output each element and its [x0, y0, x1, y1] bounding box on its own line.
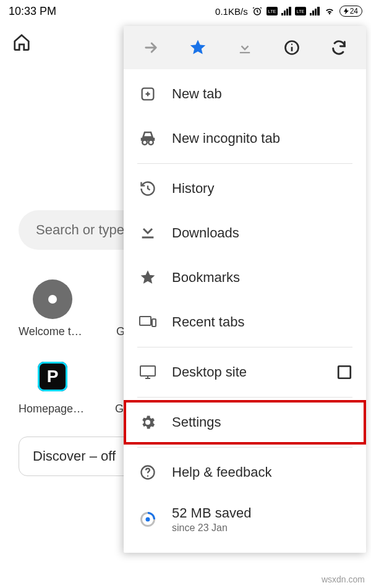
shortcut-label: Welcome to…	[19, 325, 87, 338]
search-placeholder: Search or type	[36, 222, 124, 238]
menu-item-recent-tabs[interactable]: Recent tabs	[124, 300, 366, 344]
bookmark-star-button[interactable]	[184, 34, 211, 61]
shortcut-tile[interactable]: Welcome to…	[19, 279, 87, 338]
incognito-icon	[137, 128, 158, 149]
battery-value: 24	[350, 6, 358, 16]
help-icon	[137, 462, 158, 483]
menu-item-label: Downloads	[172, 225, 239, 241]
menu-item-label: Recent tabs	[172, 314, 244, 330]
menu-separator	[137, 163, 352, 164]
menu-top-actions	[124, 26, 366, 69]
menu-list: New tab New incognito tab History Downlo…	[124, 69, 366, 553]
menu-item-label: Help & feedback	[172, 464, 271, 480]
app-p-icon: P	[38, 362, 67, 391]
menu-item-data-saved[interactable]: 52 MB saved since 23 Jan	[124, 495, 366, 544]
status-time: 10:33 PM	[9, 5, 56, 18]
svg-rect-12	[338, 366, 351, 378]
desktop-site-checkbox[interactable]	[336, 364, 352, 380]
menu-item-settings[interactable]: Settings	[124, 400, 366, 445]
menu-item-desktop-site[interactable]: Desktop site	[124, 350, 366, 394]
recent-tabs-icon	[137, 312, 158, 333]
status-right: 0.1KB/s LTE LTE 24	[215, 6, 362, 17]
settings-icon	[137, 412, 158, 433]
menu-separator	[137, 397, 352, 398]
svg-point-14	[147, 475, 148, 477]
svg-rect-11	[140, 366, 155, 376]
shortcut-icon	[33, 279, 72, 319]
status-bar: 10:33 PM 0.1KB/s LTE LTE 24	[0, 0, 371, 22]
volte-icon-1: LTE	[267, 7, 278, 15]
menu-item-help[interactable]: Help & feedback	[124, 450, 366, 495]
data-saved-sub: since 23 Jan	[172, 522, 251, 534]
downloads-icon	[137, 223, 158, 244]
svg-point-7	[291, 44, 292, 45]
menu-item-label: New tab	[172, 86, 222, 102]
status-net-speed: 0.1KB/s	[215, 6, 248, 17]
shortcut-label: Homepage …	[19, 403, 87, 415]
data-saved-text: 52 MB saved since 23 Jan	[172, 505, 251, 534]
menu-item-history[interactable]: History	[124, 166, 366, 211]
signal-icon-1	[281, 7, 291, 15]
forward-button[interactable]	[137, 34, 164, 61]
menu-item-label: Bookmarks	[172, 270, 240, 286]
menu-item-label: Desktop site	[172, 364, 247, 380]
refresh-button[interactable]	[325, 34, 352, 61]
menu-item-bookmarks[interactable]: Bookmarks	[124, 255, 366, 300]
menu-item-label: History	[172, 181, 214, 197]
battery-indicator: 24	[339, 6, 362, 17]
menu-item-new-incognito[interactable]: New incognito tab	[124, 116, 366, 161]
menu-item-downloads[interactable]: Downloads	[124, 211, 366, 255]
desktop-icon	[137, 362, 158, 383]
watermark: wsxdn.com	[322, 574, 365, 584]
wifi-icon	[323, 6, 336, 16]
menu-item-label: New incognito tab	[172, 130, 280, 147]
home-icon[interactable]	[12, 33, 31, 51]
data-saver-icon	[137, 509, 158, 530]
menu-separator	[137, 347, 352, 347]
info-button[interactable]	[278, 34, 305, 61]
svg-rect-9	[140, 317, 151, 325]
history-icon	[137, 178, 158, 199]
svg-text:LTE: LTE	[296, 9, 304, 14]
menu-separator	[137, 447, 352, 448]
shortcut-tile[interactable]: P Homepage …	[19, 357, 87, 415]
shortcut-icon: P	[33, 357, 72, 396]
svg-point-16	[146, 518, 150, 522]
svg-text:LTE: LTE	[268, 9, 276, 14]
svg-rect-10	[152, 319, 156, 326]
data-saved-main: 52 MB saved	[172, 505, 251, 521]
discover-label: Discover – off	[33, 448, 116, 464]
bookmarks-icon	[137, 267, 158, 288]
volte-icon-2: LTE	[295, 7, 306, 15]
menu-item-new-tab[interactable]: New tab	[124, 72, 366, 116]
menu-item-label: Settings	[172, 414, 221, 430]
alarm-icon	[252, 6, 263, 17]
new-tab-icon	[137, 83, 158, 104]
signal-icon-2	[310, 7, 320, 15]
download-button[interactable]	[231, 34, 258, 61]
overflow-menu: New tab New incognito tab History Downlo…	[124, 26, 366, 553]
